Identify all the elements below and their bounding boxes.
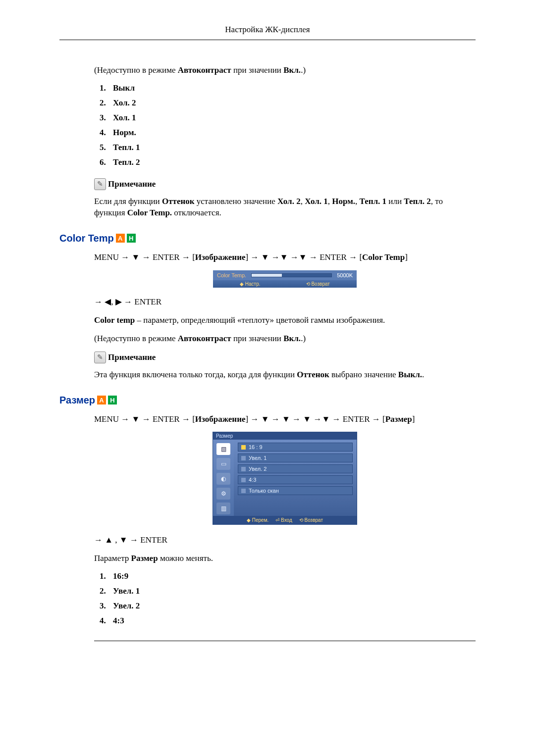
text: , bbox=[328, 197, 332, 206]
heading-text: Размер bbox=[59, 395, 95, 406]
text: .) bbox=[301, 334, 306, 343]
text: .) bbox=[301, 65, 306, 75]
osd-size-sidebar: ▧ ▭ ◐ ⚙ ▥ bbox=[213, 440, 234, 516]
bold-word: Тепл. 2 bbox=[404, 197, 431, 206]
osd-option: 16 : 9 bbox=[238, 443, 353, 452]
bold-word: Изображение bbox=[195, 252, 246, 262]
note-text: Если для функции Оттенок установлено зна… bbox=[94, 196, 476, 219]
badge-h-icon: H bbox=[127, 234, 136, 243]
list-item: Тепл. 2 bbox=[108, 157, 476, 167]
size-options-list: 16:9 Увел. 1 Увел. 2 4:3 bbox=[94, 571, 476, 626]
menu-path-size: MENU → ▼ → ENTER → [Изображение] → ▼ → ▼… bbox=[94, 414, 476, 425]
section-heading-colortemp: Color Temp A H bbox=[59, 233, 476, 244]
osd-move-hint: ◆ Перем. bbox=[247, 517, 268, 523]
sidebar-item-multi-icon: ▥ bbox=[216, 503, 230, 514]
osd-option-label: Увел. 2 bbox=[249, 466, 267, 472]
bold-word: Выкл. bbox=[398, 370, 422, 379]
text: выбрано значение bbox=[329, 370, 398, 379]
note-label: Примечание bbox=[108, 179, 156, 189]
page-header: Настройка ЖК-дисплея bbox=[59, 25, 476, 40]
osd-ct-slider bbox=[251, 273, 332, 277]
list-item: Хол. 1 bbox=[108, 113, 476, 123]
osd-option: Увел. 2 bbox=[238, 464, 353, 473]
autocontrast-word: Автоконтраст bbox=[178, 65, 231, 75]
after-osd-nav: → ◀, ▶ → ENTER bbox=[94, 297, 476, 308]
sidebar-item-picture-icon: ▧ bbox=[216, 443, 230, 455]
osd-ct-top: Color Temp. 5000K bbox=[213, 270, 357, 280]
text: MENU → ▼ → ENTER → [ bbox=[94, 414, 195, 424]
osd-ct-label: Color Temp. bbox=[217, 272, 246, 278]
text: (Недоступно в режиме bbox=[94, 65, 178, 75]
check-icon bbox=[241, 489, 246, 493]
tint-options-list: Выкл Хол. 2 Хол. 1 Норм. Тепл. 1 Тепл. 2 bbox=[94, 83, 476, 167]
size-body: MENU → ▼ → ENTER → [Изображение] → ▼ → ▼… bbox=[94, 414, 476, 642]
list-item: 4:3 bbox=[108, 616, 476, 626]
list-item: Тепл. 1 bbox=[108, 143, 476, 152]
check-icon bbox=[241, 445, 246, 450]
text: . bbox=[422, 370, 424, 379]
note-header: ✎ Примечание bbox=[94, 352, 476, 363]
list-item: Норм. bbox=[108, 128, 476, 138]
osd-option-label: 4:3 bbox=[249, 477, 256, 483]
unavailable-note: (Недоступно в режиме Автоконтраст при зн… bbox=[94, 65, 476, 76]
osd-option: Только скан bbox=[238, 486, 353, 495]
osd-size-panel: Размер ▧ ▭ ◐ ⚙ ▥ 16 : 9 Увел. 1 Увел. 2 … bbox=[213, 432, 357, 525]
bold-word: Тепл. 1 bbox=[359, 197, 386, 206]
osd-option: Увел. 1 bbox=[238, 454, 353, 462]
osd-return-hint: ⟲ Возврат bbox=[299, 517, 323, 523]
osd-adjust-hint: ◆ Настр. bbox=[240, 281, 260, 287]
menu-path-colortemp: MENU → ▼ → ENTER → [Изображение] → ▼ →▼ … bbox=[94, 252, 476, 263]
page-title: Настройка ЖК-дисплея bbox=[225, 25, 310, 34]
sidebar-item-sound-icon: ◐ bbox=[216, 473, 230, 485]
text: Если для функции bbox=[94, 197, 162, 206]
text: , bbox=[301, 197, 305, 206]
list-item: Выкл bbox=[108, 83, 476, 93]
osd-ct-footer: ◆ Настр. ⟲ Возврат bbox=[213, 280, 357, 288]
osd-return-hint: ⟲ Возврат bbox=[306, 281, 330, 287]
text: при значении bbox=[231, 334, 284, 343]
note-label: Примечание bbox=[108, 353, 156, 362]
osd-ct-value: 5000K bbox=[337, 272, 353, 278]
text: ] → ▼ →▼ →▼ → ENTER → [ bbox=[246, 252, 363, 262]
osd-enter-hint: ⏎ Вход bbox=[275, 517, 292, 523]
bold-word: Изображение bbox=[195, 414, 246, 424]
colortemp-description: Color temp – параметр, определяющий «теп… bbox=[94, 315, 476, 326]
badge-a-icon: A bbox=[97, 396, 106, 404]
unavailable-note: (Недоступно в режиме Автоконтраст при зн… bbox=[94, 333, 476, 345]
section-heading-size: РазмерAH bbox=[59, 395, 476, 406]
list-item: Увел. 2 bbox=[108, 601, 476, 611]
osd-colortemp-panel: Color Temp. 5000K ◆ Настр. ⟲ Возврат bbox=[213, 270, 357, 288]
text: ] bbox=[405, 252, 408, 262]
osd-option-label: Увел. 1 bbox=[249, 455, 267, 461]
osd-size-title: Размер bbox=[213, 432, 357, 440]
bold-word: Оттенок bbox=[162, 197, 195, 206]
bold-word: Норм. bbox=[332, 197, 355, 206]
text: ] bbox=[412, 414, 415, 424]
text: или bbox=[386, 197, 404, 206]
bold-word: Вкл. bbox=[283, 334, 301, 343]
list-item: Хол. 2 bbox=[108, 98, 476, 108]
footer-rule bbox=[94, 641, 476, 641]
text: MENU → ▼ → ENTER → [ bbox=[94, 252, 195, 262]
content-body: (Недоступно в режиме Автоконтраст при зн… bbox=[94, 65, 476, 219]
text: ] → ▼ → ▼ → ▼ →▼ → ENTER → [ bbox=[246, 414, 385, 424]
text: установлено значение bbox=[195, 197, 278, 206]
osd-size-footer: ◆ Перем. ⏎ Вход ⟲ Возврат bbox=[213, 516, 357, 524]
note-icon: ✎ bbox=[94, 352, 106, 363]
list-item: Увел. 1 bbox=[108, 586, 476, 596]
check-icon bbox=[241, 467, 246, 471]
bold-word: Color Temp. bbox=[127, 208, 172, 217]
bold-word: Автоконтраст bbox=[178, 334, 231, 343]
check-icon bbox=[241, 456, 246, 460]
text: отключается. bbox=[172, 208, 221, 217]
bold-word: Хол. 2 bbox=[277, 197, 301, 206]
bold-word: Хол. 1 bbox=[305, 197, 328, 206]
osd-size-list: 16 : 9 Увел. 1 Увел. 2 4:3 Только скан bbox=[234, 440, 357, 516]
heading-text: Color Temp bbox=[59, 233, 114, 244]
badge-a-icon: A bbox=[116, 234, 125, 243]
osd-option-label: Только скан bbox=[249, 488, 279, 494]
text: (Недоступно в режиме bbox=[94, 334, 178, 343]
text: можно менять. bbox=[158, 554, 213, 563]
note-icon: ✎ bbox=[94, 178, 106, 190]
on-word: Вкл. bbox=[283, 65, 301, 75]
